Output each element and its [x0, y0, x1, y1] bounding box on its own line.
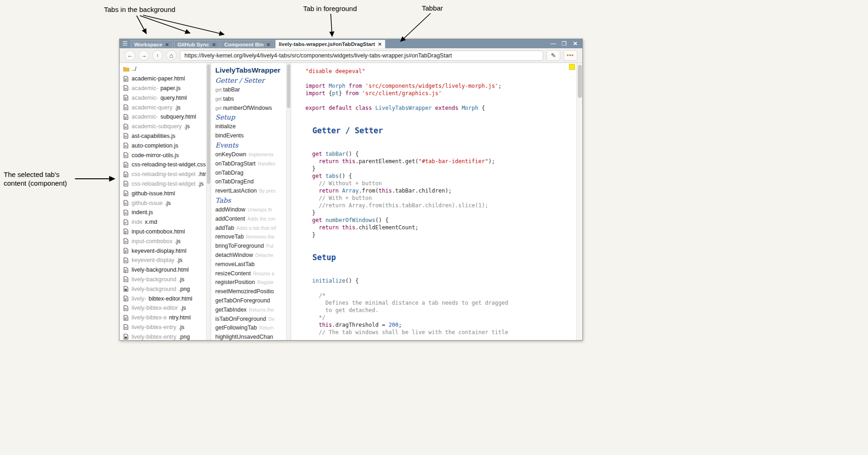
file-list-item[interactable]: academic-paper.html [120, 74, 206, 84]
file-list-item[interactable]: auto-completion.js [120, 141, 206, 150]
file-list-item[interactable]: index.md [120, 217, 206, 227]
minimize-button[interactable]: — [550, 39, 557, 48]
file-name-prefix: academic- [132, 95, 158, 101]
outline-item[interactable]: resizeContentResizes a [215, 269, 286, 279]
file-list-item[interactable]: lively-background.png [120, 284, 206, 294]
file-list-item[interactable]: input-combobox.js [120, 236, 206, 246]
file-list-item[interactable]: ast-capabilities.js [120, 131, 206, 141]
file-list-item[interactable]: academic-subquery.html [120, 112, 206, 122]
outline-item[interactable]: addContentAdds the con [215, 215, 286, 224]
file-name: github-issue.html [132, 190, 175, 197]
file-list-item[interactable]: keyevent-display.js [120, 256, 206, 265]
outline-item[interactable]: onKeyDownImplements [215, 150, 286, 159]
file-list-item[interactable]: lively-bibtex-entry.html [120, 313, 206, 323]
code-token: Defines the minimal distance a tab needs… [325, 300, 508, 306]
tab-close-icon[interactable]: ✕ [378, 41, 382, 47]
file-list-item[interactable]: code-mirror-utils.js [120, 150, 206, 160]
outline-section-header[interactable]: Getter / Setter [215, 76, 286, 85]
outline-item-name: bindEvents [215, 132, 244, 139]
code-token [305, 307, 325, 313]
outline-scrollbar[interactable] [286, 63, 291, 340]
outline-item[interactable]: removeLastTab [215, 260, 286, 269]
outline-item[interactable]: detachWindowDetache [215, 251, 286, 260]
file-list-item[interactable]: lively-bibtex-editor.js [120, 303, 206, 313]
file-list-item[interactable]: lively-bibtex-entry.png [120, 332, 206, 340]
html-icon [123, 190, 129, 196]
outline-item[interactable]: getFollowingTabReturn [215, 324, 286, 333]
outline-scroll-thumb[interactable] [287, 64, 290, 108]
code-token: this [342, 158, 356, 165]
tab-background[interactable]: Workspace✕ [131, 40, 173, 48]
outline-item[interactable]: resetMemoziredPositio [215, 287, 286, 296]
file-list-item[interactable]: input-combobox.html [120, 227, 206, 237]
outline-item[interactable]: onTabDragStartHandles [215, 159, 286, 169]
file-list-item[interactable]: github-issue.js [120, 198, 206, 208]
outline-item[interactable]: bindEvents [215, 131, 286, 141]
file-list-item[interactable]: lively-background.js [120, 275, 206, 284]
hamburger-menu-icon[interactable]: ☰ [121, 39, 131, 48]
more-options-button[interactable]: ••• [563, 50, 577, 61]
file-list-item[interactable]: github-issue.html [120, 188, 206, 198]
code-scroll-thumb[interactable] [578, 65, 582, 98]
outline-item[interactable]: gettabBar [215, 85, 286, 95]
file-list-item[interactable]: lively-background.html [120, 265, 206, 275]
outline-item[interactable]: revertLastActionBy pres [215, 187, 286, 196]
back-button[interactable]: ← [125, 50, 135, 61]
code-line: get tabs() { [305, 172, 577, 180]
file-list-item[interactable]: academic-query.html [120, 93, 206, 102]
file-list-item[interactable]: css-reloading-test-widget.js [120, 179, 206, 189]
file-list-item[interactable]: keyevent-display.html [120, 246, 206, 256]
outline-section-header[interactable]: Setup [215, 113, 286, 122]
html-icon [123, 114, 129, 120]
code-token [359, 90, 362, 97]
outline-item[interactable]: registerPositionRegiste [215, 278, 286, 287]
outline-item[interactable]: gettabs [215, 95, 286, 104]
code-token: to get detached. [325, 307, 379, 313]
file-list-item[interactable]: lively-bibtex-editor.html [120, 294, 206, 303]
file-list-item[interactable]: indent.js [120, 208, 206, 217]
tab-close-icon[interactable]: ✕ [266, 42, 270, 47]
tab-close-icon[interactable]: ✕ [212, 42, 216, 47]
code-token: () { [375, 217, 389, 223]
outline-item[interactable]: addWindowUnwraps th [215, 205, 286, 215]
code-editor[interactable]: "disable deepeval" import Morph from 'sr… [291, 63, 577, 340]
outline-item[interactable]: onTabDrag [215, 169, 286, 178]
outline-item[interactable]: getnumberOfWindows [215, 104, 286, 113]
file-list-item[interactable]: ../ [120, 64, 206, 74]
tabbar[interactable]: ☰ Workspace✕GitHub Sync✕Component Bin✕li… [120, 39, 582, 48]
file-list-scrollbar[interactable] [206, 63, 211, 340]
tab-background[interactable]: Component Bin✕ [220, 40, 274, 48]
edit-pencil-button[interactable]: ✎ [546, 50, 560, 61]
file-list-item[interactable]: css-reloading-test-widget.css [120, 160, 206, 170]
code-scrollbar[interactable] [576, 63, 582, 340]
outline-item[interactable]: highlightUnsavedChan [215, 333, 286, 340]
close-window-button[interactable]: ✕ [572, 39, 579, 48]
file-list-item[interactable]: academic-query.js [120, 102, 206, 112]
url-input[interactable]: https://lively-kernel.org/lively4/lively… [180, 51, 543, 61]
file-list-item[interactable]: academic-paper.js [120, 84, 206, 93]
forward-button[interactable]: → [138, 50, 149, 61]
outline-section-header[interactable]: Tabs [215, 196, 286, 205]
tab-close-icon[interactable]: ✕ [165, 42, 169, 47]
file-list-scroll-thumb[interactable] [207, 64, 210, 184]
file-list-item[interactable]: css-reloading-test-widget.html [120, 170, 206, 179]
code-token: get [312, 217, 322, 223]
file-list-item[interactable]: academic-subquery.js [120, 122, 206, 131]
outline-item[interactable]: bringToForegroundPut [215, 242, 286, 251]
outline-item[interactable]: isTabOnForegroundDe [215, 315, 286, 324]
outline-item[interactable]: getTabIndexReturns the [215, 306, 286, 315]
tab-foreground[interactable]: lively-tabs-wrapper.js#onTabDragStart✕ [275, 40, 385, 48]
maximize-button[interactable]: ❐ [561, 39, 568, 48]
outline-item[interactable]: addTabAdds a tab that ref [215, 224, 286, 233]
tab-background[interactable]: GitHub Sync✕ [174, 40, 220, 48]
file-name-prefix: academic-subquery [132, 123, 182, 130]
file-list-item[interactable]: lively-bibtex-entry.js [120, 323, 206, 332]
outline-item[interactable]: getTabOnForeground [215, 296, 286, 306]
code-line: import Morph from 'src/components/widget… [305, 82, 577, 90]
up-button[interactable]: ↑ [152, 50, 163, 61]
outline-item[interactable]: initialize [215, 122, 286, 131]
outline-item[interactable]: removeTabRemoves the [215, 233, 286, 242]
outline-section-header[interactable]: Events [215, 141, 286, 150]
outline-item[interactable]: onTabDragEnd [215, 177, 286, 187]
home-button[interactable]: ⌂ [166, 50, 177, 61]
